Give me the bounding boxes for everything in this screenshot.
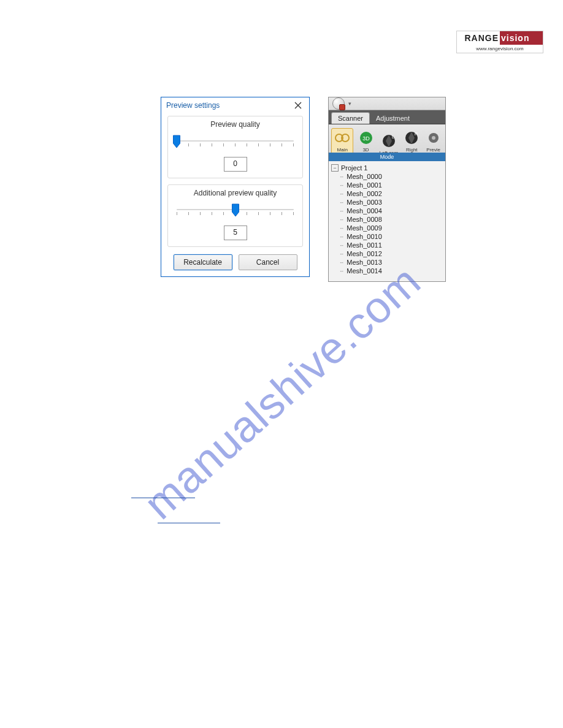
tree-connector-icon: ··· xyxy=(340,216,343,223)
preview-quality-label: Preview quality xyxy=(174,120,296,129)
tree-item[interactable]: ···Mesh_0014 xyxy=(340,267,443,275)
app-icon xyxy=(332,97,345,110)
tree-connector-icon: ··· xyxy=(340,268,343,275)
tree-connector-icon: ··· xyxy=(340,208,343,214)
tree-connector-icon: ··· xyxy=(340,199,343,206)
additional-preview-quality-slider[interactable] xyxy=(177,203,294,222)
goggles-icon xyxy=(334,130,350,146)
slider-thumb-icon[interactable] xyxy=(173,135,181,148)
tab-scanner[interactable]: Scanner xyxy=(331,112,370,124)
tree-item[interactable]: ···Mesh_0012 xyxy=(340,249,443,258)
tree-item[interactable]: ···Mesh_0004 xyxy=(340,207,443,215)
tree-connector-icon: ··· xyxy=(340,259,343,266)
additional-preview-quality-group: Additional preview quality 5 xyxy=(167,184,303,247)
svg-text:R: R xyxy=(415,132,418,136)
mesh-name: Mesh_0000 xyxy=(347,173,382,180)
mesh-name: Mesh_0002 xyxy=(347,190,382,197)
mesh-name: Mesh_0012 xyxy=(347,250,382,257)
tree-item[interactable]: ···Mesh_0000 xyxy=(340,172,443,181)
preview-quality-group: Preview quality 0 xyxy=(167,116,303,178)
mesh-name: Mesh_0003 xyxy=(347,199,382,206)
toolbar-section-label: Mode xyxy=(329,153,445,161)
brand-logo: RANGE vision www.rangevision.com xyxy=(456,31,543,53)
tree-item[interactable]: ···Mesh_0010 xyxy=(340,232,443,241)
recalculate-button[interactable]: Recalculate xyxy=(174,254,232,270)
mesh-name: Mesh_0014 xyxy=(347,267,382,275)
mesh-name: Mesh_0010 xyxy=(347,233,382,240)
tree-root[interactable]: − Project 1 xyxy=(331,164,443,172)
tree-item[interactable]: ···Mesh_0008 xyxy=(340,215,443,224)
panel-titlebar: ▾ xyxy=(329,97,445,110)
watermark-text: manualshive.com xyxy=(134,256,430,529)
gear-icon xyxy=(426,130,442,146)
preview-quality-value[interactable]: 0 xyxy=(224,157,247,172)
mode-toolbar: Main view 3D 3D Model L Left cam R Right… xyxy=(329,124,445,161)
preview-quality-slider[interactable] xyxy=(177,135,294,153)
additional-preview-quality-value[interactable]: 5 xyxy=(224,226,247,240)
dropdown-indicator-icon[interactable]: ▾ xyxy=(348,100,351,107)
mesh-name: Mesh_0011 xyxy=(347,241,382,249)
aperture-icon: R xyxy=(404,130,419,146)
project-name: Project 1 xyxy=(341,164,367,172)
tree-connector-icon: ··· xyxy=(340,251,343,257)
dialog-title: Preview settings xyxy=(166,101,292,110)
preview-settings-dialog: Preview settings Preview quality 0 Addit… xyxy=(161,97,310,277)
tree-item[interactable]: ···Mesh_0009 xyxy=(340,224,443,232)
link-underline[interactable] xyxy=(131,497,195,498)
close-icon[interactable] xyxy=(292,99,304,112)
mesh-name: Mesh_0004 xyxy=(347,207,382,214)
tree-item[interactable]: ···Mesh_0013 xyxy=(340,258,443,267)
mesh-name: Mesh_0008 xyxy=(347,216,382,223)
svg-point-9 xyxy=(432,136,435,140)
tree-connector-icon: ··· xyxy=(340,233,343,240)
tree-item[interactable]: ···Mesh_0011 xyxy=(340,241,443,249)
logo-text-right: vision xyxy=(500,31,543,45)
tree-item[interactable]: ···Mesh_0001 xyxy=(340,181,443,189)
svg-text:3D: 3D xyxy=(362,135,370,142)
collapse-icon[interactable]: − xyxy=(331,164,339,172)
mesh-name: Mesh_0013 xyxy=(347,259,382,266)
tree-connector-icon: ··· xyxy=(340,173,343,180)
project-tree: − Project 1 ···Mesh_0000···Mesh_0001···M… xyxy=(329,161,445,282)
aperture-icon: L xyxy=(381,133,397,149)
logo-text-left: RANGE xyxy=(457,31,500,45)
tree-connector-icon: ··· xyxy=(340,225,343,232)
logo-url: www.rangevision.com xyxy=(457,45,543,53)
tree-connector-icon: ··· xyxy=(340,242,343,249)
cancel-button[interactable]: Cancel xyxy=(239,254,297,270)
slider-thumb-icon[interactable] xyxy=(231,203,239,217)
scanner-panel: ▾ Scanner Adjustment Main view 3D 3D Mod… xyxy=(328,97,446,282)
tree-item[interactable]: ···Mesh_0003 xyxy=(340,198,443,207)
additional-preview-quality-label: Additional preview quality xyxy=(174,189,296,197)
tree-connector-icon: ··· xyxy=(340,191,343,197)
svg-text:L: L xyxy=(392,135,394,139)
link-underline[interactable] xyxy=(158,522,220,523)
tree-connector-icon: ··· xyxy=(340,182,343,189)
mesh-name: Mesh_0001 xyxy=(347,181,382,189)
tab-adjustment[interactable]: Adjustment xyxy=(370,112,416,124)
globe-icon: 3D xyxy=(358,130,374,146)
tree-item[interactable]: ···Mesh_0002 xyxy=(340,189,443,198)
mesh-name: Mesh_0009 xyxy=(347,224,382,232)
